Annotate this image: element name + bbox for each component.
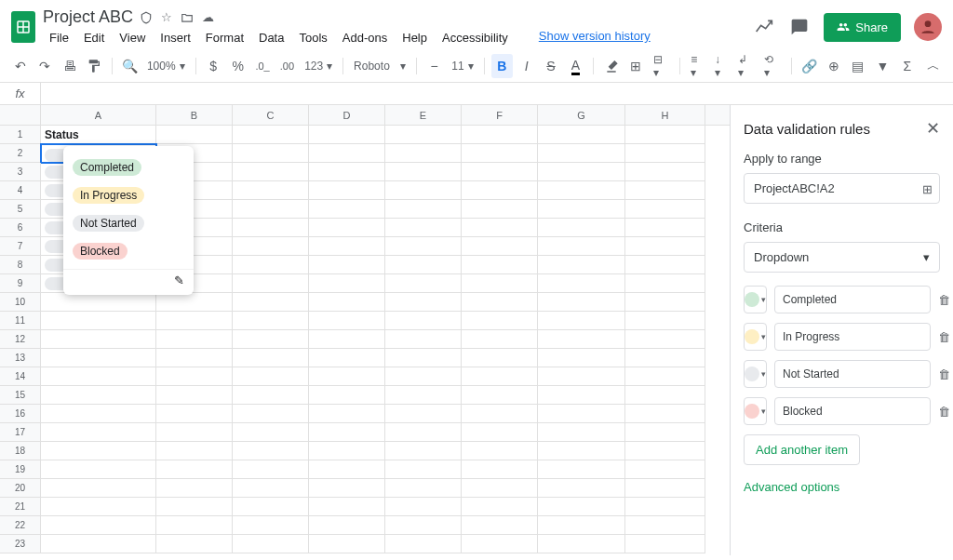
h-align-button[interactable]: ≡ ▾ — [687, 54, 708, 78]
advanced-options-link[interactable]: Advanced options — [744, 480, 940, 494]
cell-H19[interactable] — [625, 460, 705, 479]
criteria-color-0[interactable]: ▾ — [744, 286, 767, 313]
cell-D5[interactable] — [309, 200, 385, 219]
row-header-18[interactable]: 18 — [0, 442, 41, 460]
cell-G9[interactable] — [538, 274, 625, 293]
cell-B19[interactable] — [156, 460, 233, 479]
cell-C21[interactable] — [233, 498, 309, 516]
dropdown-item-2[interactable]: Not Started — [63, 209, 194, 237]
cell-F7[interactable] — [462, 237, 538, 256]
row-header-9[interactable]: 9 — [0, 274, 41, 293]
comment-button[interactable]: ⊕ — [823, 54, 844, 78]
dropdown-item-1[interactable]: In Progress — [63, 181, 194, 209]
number-format-select[interactable]: 123 ▾ — [301, 54, 336, 78]
col-header-B[interactable]: B — [156, 105, 233, 125]
cell-F22[interactable] — [462, 516, 538, 535]
cell-F19[interactable] — [462, 460, 538, 479]
star-icon[interactable]: ☆ — [159, 10, 174, 25]
cell-B18[interactable] — [156, 442, 233, 460]
cell-B21[interactable] — [156, 498, 233, 516]
cell-C10[interactable] — [233, 293, 309, 312]
row-header-6[interactable]: 6 — [0, 219, 41, 237]
cell-H2[interactable] — [625, 144, 705, 163]
cell-C23[interactable] — [233, 535, 309, 553]
cell-E10[interactable] — [385, 293, 462, 312]
cell-G17[interactable] — [538, 423, 625, 442]
menu-view[interactable]: View — [113, 29, 152, 47]
cell-G22[interactable] — [538, 516, 625, 535]
menu-file[interactable]: File — [43, 29, 75, 47]
cell-G19[interactable] — [538, 460, 625, 479]
bold-button[interactable]: B — [491, 54, 513, 78]
cell-F17[interactable] — [462, 423, 538, 442]
cell-F12[interactable] — [462, 330, 538, 349]
cell-B12[interactable] — [156, 330, 233, 349]
cell-F11[interactable] — [462, 312, 538, 330]
font-select[interactable]: Roboto ▾ — [350, 54, 409, 78]
cell-D12[interactable] — [309, 330, 385, 349]
cell-A16[interactable] — [41, 405, 156, 423]
cell-H23[interactable] — [625, 535, 705, 553]
cell-C14[interactable] — [233, 367, 309, 386]
apply-range-input[interactable] — [744, 173, 940, 204]
cell-E1[interactable] — [385, 126, 462, 144]
cell-G13[interactable] — [538, 349, 625, 367]
menu-accessibility[interactable]: Accessibility — [436, 29, 515, 47]
cell-C8[interactable] — [233, 256, 309, 274]
cell-B23[interactable] — [156, 535, 233, 553]
row-header-13[interactable]: 13 — [0, 349, 41, 367]
cell-F21[interactable] — [462, 498, 538, 516]
rotate-button[interactable]: ⟲ ▾ — [760, 54, 784, 78]
criteria-color-2[interactable]: ▾ — [744, 360, 767, 388]
cell-E11[interactable] — [385, 312, 462, 330]
criteria-input-3[interactable] — [774, 397, 931, 425]
cell-E5[interactable] — [385, 200, 462, 219]
cell-H8[interactable] — [625, 256, 705, 274]
cell-G15[interactable] — [538, 386, 625, 405]
row-header-20[interactable]: 20 — [0, 479, 41, 498]
strike-button[interactable]: S — [540, 54, 561, 78]
cell-D21[interactable] — [309, 498, 385, 516]
cell-H1[interactable] — [625, 126, 705, 144]
cell-A12[interactable] — [41, 330, 156, 349]
cell-A14[interactable] — [41, 367, 156, 386]
toolbar-chevron-up-icon[interactable]: ︿ — [923, 54, 944, 78]
cell-D10[interactable] — [309, 293, 385, 312]
criteria-delete-3[interactable]: 🗑 — [938, 405, 950, 419]
cell-C7[interactable] — [233, 237, 309, 256]
cell-H11[interactable] — [625, 312, 705, 330]
cell-H13[interactable] — [625, 349, 705, 367]
row-header-8[interactable]: 8 — [0, 256, 41, 274]
add-item-button[interactable]: Add another item — [744, 434, 860, 465]
paint-format-button[interactable] — [83, 54, 104, 78]
cell-G3[interactable] — [538, 163, 625, 181]
col-header-G[interactable]: G — [538, 105, 625, 125]
cell-C5[interactable] — [233, 200, 309, 219]
cell-F10[interactable] — [462, 293, 538, 312]
cell-B20[interactable] — [156, 479, 233, 498]
col-header-C[interactable]: C — [233, 105, 309, 125]
formula-bar[interactable]: fx — [0, 83, 953, 105]
cell-A20[interactable] — [41, 479, 156, 498]
cell-C12[interactable] — [233, 330, 309, 349]
cell-H14[interactable] — [625, 367, 705, 386]
row-header-3[interactable]: 3 — [0, 163, 41, 181]
decrease-decimal-button[interactable]: .0_ — [251, 54, 273, 78]
percent-button[interactable]: % — [227, 54, 248, 78]
cell-F15[interactable] — [462, 386, 538, 405]
cell-D18[interactable] — [309, 442, 385, 460]
cell-C18[interactable] — [233, 442, 309, 460]
cell-G5[interactable] — [538, 200, 625, 219]
cell-G4[interactable] — [538, 181, 625, 200]
comments-icon[interactable] — [788, 16, 811, 38]
menu-format[interactable]: Format — [199, 29, 250, 47]
cell-C1[interactable] — [233, 126, 309, 144]
cell-A13[interactable] — [41, 349, 156, 367]
sidebar-close-icon[interactable]: ✕ — [926, 118, 940, 139]
cell-B11[interactable] — [156, 312, 233, 330]
cell-G16[interactable] — [538, 405, 625, 423]
cell-E3[interactable] — [385, 163, 462, 181]
cell-F5[interactable] — [462, 200, 538, 219]
cell-D11[interactable] — [309, 312, 385, 330]
cell-B13[interactable] — [156, 349, 233, 367]
